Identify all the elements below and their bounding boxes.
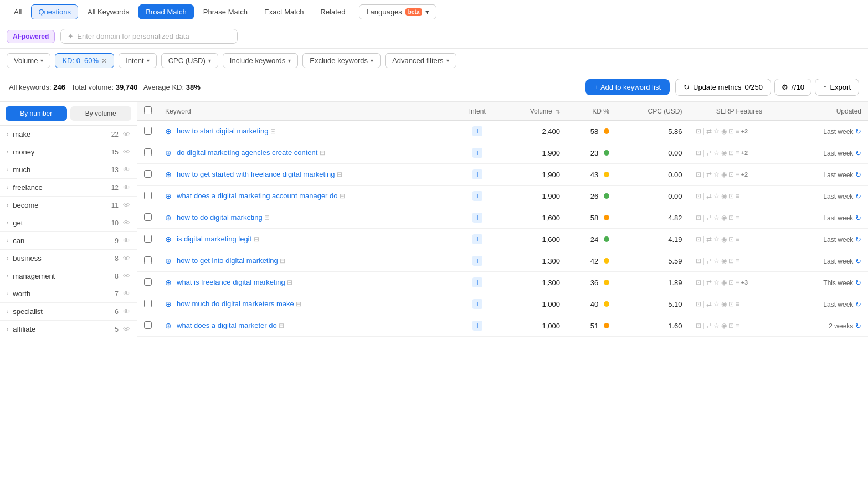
add-icon[interactable]: ⊕ bbox=[165, 127, 172, 136]
eye-icon[interactable]: 👁 bbox=[123, 254, 130, 262]
include-keywords-filter[interactable]: Include keywords ▾ bbox=[223, 53, 298, 68]
refresh-icon[interactable]: ↻ bbox=[855, 149, 861, 157]
eye-icon[interactable]: 👁 bbox=[123, 183, 130, 192]
keyword-link[interactable]: how to get into digital marketing bbox=[177, 256, 278, 265]
languages-button[interactable]: Languages beta ▾ bbox=[359, 4, 436, 19]
row-checkbox[interactable] bbox=[144, 235, 152, 243]
row-checkbox[interactable] bbox=[144, 278, 152, 286]
intent-cell: I bbox=[454, 293, 500, 315]
row-checkbox[interactable] bbox=[144, 321, 152, 329]
keyword-link[interactable]: how to start digital marketing bbox=[177, 127, 268, 135]
keyword-link[interactable]: what is freelance digital marketing bbox=[177, 278, 285, 286]
serp-icon-1: ⊡ bbox=[696, 300, 701, 308]
eye-icon[interactable]: 👁 bbox=[123, 130, 130, 138]
row-checkbox[interactable] bbox=[144, 300, 152, 307]
update-metrics-button[interactable]: ↻ Update metrics 0/250 bbox=[675, 79, 771, 96]
sidebar-item[interactable]: › business 8 👁 bbox=[0, 250, 137, 267]
sidebar-item[interactable]: › affiliate 5 👁 bbox=[0, 321, 137, 338]
keyword-link[interactable]: do digital marketing agencies create con… bbox=[177, 148, 317, 157]
close-icon[interactable]: ✕ bbox=[101, 57, 107, 65]
row-checkbox[interactable] bbox=[144, 148, 152, 156]
refresh-icon[interactable]: ↻ bbox=[855, 279, 861, 287]
add-icon[interactable]: ⊕ bbox=[165, 170, 172, 179]
select-all-checkbox[interactable] bbox=[144, 106, 152, 114]
row-checkbox[interactable] bbox=[144, 127, 152, 135]
refresh-icon[interactable]: ↻ bbox=[855, 171, 861, 179]
serp-icon-2: ⇄ bbox=[706, 322, 712, 329]
eye-icon[interactable]: 👁 bbox=[123, 219, 130, 227]
refresh-icon[interactable]: ↻ bbox=[855, 214, 861, 222]
row-checkbox[interactable] bbox=[144, 170, 152, 178]
tab-exact-match[interactable]: Exact Match bbox=[257, 4, 311, 19]
sidebar-word: freelance bbox=[13, 183, 111, 192]
eye-icon[interactable]: 👁 bbox=[123, 148, 130, 156]
sidebar-item[interactable]: › money 15 👁 bbox=[0, 143, 137, 161]
add-icon[interactable]: ⊕ bbox=[165, 192, 172, 200]
eye-icon[interactable]: 👁 bbox=[123, 325, 130, 333]
sidebar-tab-by-volume[interactable]: By volume bbox=[70, 106, 132, 121]
tab-all-keywords[interactable]: All Keywords bbox=[80, 4, 136, 19]
add-icon[interactable]: ⊕ bbox=[165, 235, 172, 244]
add-icon[interactable]: ⊕ bbox=[165, 321, 172, 330]
refresh-icon[interactable]: ↻ bbox=[855, 322, 861, 330]
tab-phrase-match[interactable]: Phrase Match bbox=[196, 4, 255, 19]
cpc-filter[interactable]: CPC (USD) ▾ bbox=[161, 53, 218, 68]
chevron-right-icon: › bbox=[7, 202, 8, 208]
refresh-icon[interactable]: ↻ bbox=[855, 300, 861, 308]
kd-cell: 42 bbox=[567, 250, 616, 272]
advanced-filters[interactable]: Advanced filters ▾ bbox=[385, 53, 456, 68]
kd-filter[interactable]: KD: 0–60% ✕ bbox=[55, 53, 114, 68]
keyword-link[interactable]: what does a digital marketer do bbox=[177, 321, 277, 329]
add-icon[interactable]: ⊕ bbox=[165, 148, 172, 157]
export-button[interactable]: ↑ Export bbox=[815, 79, 859, 96]
tab-all[interactable]: All bbox=[7, 4, 29, 19]
domain-input-wrap[interactable]: ✦ Enter domain for personalized data bbox=[60, 29, 238, 44]
keyword-link[interactable]: what does a digital marketing account ma… bbox=[177, 192, 338, 200]
eye-icon[interactable]: 👁 bbox=[123, 307, 130, 316]
add-icon[interactable]: ⊕ bbox=[165, 213, 172, 222]
keyword-link[interactable]: how much do digital marketers make bbox=[177, 300, 294, 308]
eye-icon[interactable]: 👁 bbox=[123, 272, 130, 280]
sidebar-item[interactable]: › specialist 6 👁 bbox=[0, 303, 137, 321]
row-checkbox[interactable] bbox=[144, 213, 152, 221]
serp-icon-3: ☆ bbox=[713, 322, 720, 329]
tab-related[interactable]: Related bbox=[314, 4, 353, 19]
refresh-icon[interactable]: ↻ bbox=[855, 192, 861, 200]
eye-icon[interactable]: 👁 bbox=[123, 236, 130, 245]
keyword-link[interactable]: how to get started with freelance digita… bbox=[177, 170, 335, 178]
settings-button[interactable]: ⚙ 7/10 bbox=[774, 79, 811, 96]
sidebar-item[interactable]: › can 9 👁 bbox=[0, 232, 137, 250]
refresh-icon[interactable]: ↻ bbox=[855, 257, 861, 265]
volume-header[interactable]: Volume ⇅ bbox=[500, 102, 567, 121]
keyword-link[interactable]: how to do digital marketing bbox=[177, 213, 263, 222]
sidebar-item[interactable]: › much 13 👁 bbox=[0, 161, 137, 179]
eye-icon[interactable]: 👁 bbox=[123, 290, 130, 298]
intent-filter[interactable]: Intent ▾ bbox=[119, 53, 157, 68]
volume-filter[interactable]: Volume ▾ bbox=[7, 53, 50, 68]
add-icon[interactable]: ⊕ bbox=[165, 300, 172, 308]
refresh-icon[interactable]: ↻ bbox=[855, 127, 861, 136]
eye-icon[interactable]: 👁 bbox=[123, 201, 130, 209]
tab-broad-match[interactable]: Broad Match bbox=[138, 4, 194, 19]
exclude-keywords-filter[interactable]: Exclude keywords ▾ bbox=[302, 53, 381, 68]
add-icon[interactable]: ⊕ bbox=[165, 256, 172, 265]
serp-cell: ⊡ | ⇄ ☆ ◉ ⊡ ≡ +2 bbox=[689, 121, 790, 142]
tab-questions[interactable]: Questions bbox=[31, 4, 78, 19]
refresh-icon[interactable]: ↻ bbox=[855, 235, 861, 244]
sidebar-item[interactable]: › management 8 👁 bbox=[0, 267, 137, 285]
sidebar-item[interactable]: › make 22 👁 bbox=[0, 126, 137, 143]
serp-icon-2: ⇄ bbox=[706, 192, 712, 200]
sidebar-item[interactable]: › become 11 👁 bbox=[0, 197, 137, 214]
sidebar-item[interactable]: › freelance 12 👁 bbox=[0, 179, 137, 197]
eye-icon[interactable]: 👁 bbox=[123, 166, 130, 174]
add-to-keyword-list-button[interactable]: + Add to keyword list bbox=[585, 79, 670, 95]
add-icon[interactable]: ⊕ bbox=[165, 278, 172, 287]
row-checkbox[interactable] bbox=[144, 192, 152, 199]
sidebar-tab-by-number[interactable]: By number bbox=[6, 106, 67, 121]
row-checkbox[interactable] bbox=[144, 256, 152, 264]
serp-icon-3: ☆ bbox=[713, 192, 720, 200]
sidebar-item[interactable]: › worth 7 👁 bbox=[0, 285, 137, 303]
volume-cell: 1,600 bbox=[500, 207, 567, 229]
sidebar-item[interactable]: › get 10 👁 bbox=[0, 214, 137, 232]
keyword-link[interactable]: is digital marketing legit bbox=[177, 235, 251, 243]
